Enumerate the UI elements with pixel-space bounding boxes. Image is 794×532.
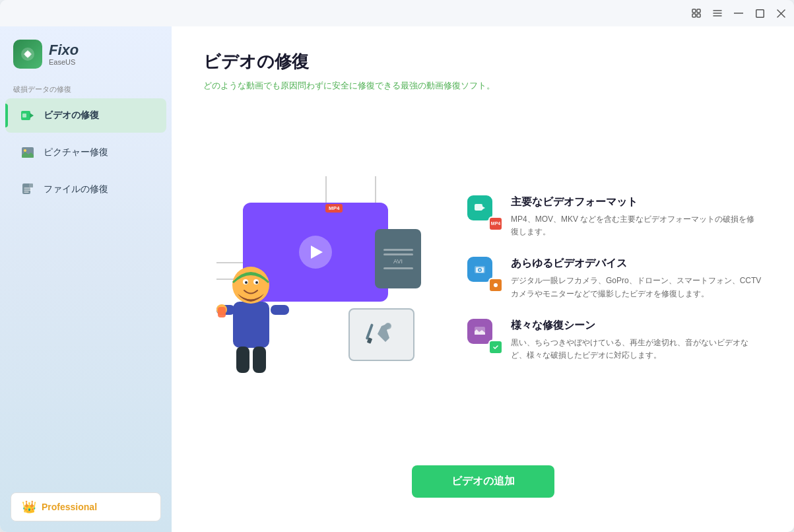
feature-icon-device xyxy=(467,257,500,290)
feature-badge-format: MP4 xyxy=(488,216,503,231)
fullscreen-btn[interactable] xyxy=(691,8,702,18)
svg-rect-30 xyxy=(218,307,226,317)
logo-text: Fixo EaseUS xyxy=(49,42,79,66)
svg-rect-26 xyxy=(233,302,269,348)
feature-main-icon-scene xyxy=(467,319,492,344)
maximize-btn[interactable] xyxy=(754,8,765,18)
svg-rect-24 xyxy=(366,323,374,340)
character-illustration xyxy=(210,249,296,381)
professional-label: Professional xyxy=(42,502,97,512)
feature-desc-device: デジタル一眼レフカメラ、GoPro、ドローン、スマートフォン、CCTVカメラやモ… xyxy=(511,275,762,300)
svg-point-43 xyxy=(479,269,481,271)
feature-desc-scene: 黒い、ちらつきやぼやけている、再生が途切れ、音がないビデオなど、様々な破損したビ… xyxy=(511,337,762,362)
feature-title-scene: 様々な修復シーン xyxy=(511,319,762,333)
svg-rect-0 xyxy=(692,9,696,13)
svg-rect-1 xyxy=(697,9,700,13)
feature-title-device: あらゆるビデオデバイス xyxy=(511,257,762,271)
feature-icon-format: MP4 xyxy=(467,195,500,228)
feature-item-scene: 様々な修復シーン 黒い、ちらつきやぼやけている、再生が途切れ、音がないビデオなど… xyxy=(467,319,762,362)
deco-line-1 xyxy=(325,176,327,204)
storage-line-1 xyxy=(383,249,413,251)
feature-badge-device xyxy=(488,278,503,292)
main-content: ビデオの修復 どのような動画でも原因問わずに安全に修復できる最強の動画修復ソフト… xyxy=(172,26,794,532)
logo-name: Fixo xyxy=(49,42,79,58)
svg-point-12 xyxy=(25,51,30,57)
svg-rect-2 xyxy=(692,14,696,17)
feature-icon-scene xyxy=(467,319,500,352)
feature-main-icon-format xyxy=(467,195,492,220)
storage-line-2 xyxy=(383,253,413,255)
feature-badge-scene xyxy=(488,340,503,354)
sidebar-item-picture-repair[interactable]: ピクチャー修復 xyxy=(5,135,166,170)
tools-box xyxy=(348,308,414,361)
logo-icon xyxy=(13,40,42,69)
file-repair-icon xyxy=(18,180,37,199)
svg-point-23 xyxy=(385,323,391,329)
feature-item-format: MP4 主要なビデオフォーマット MP4、MOV、MKV などを含む主要なビデオ… xyxy=(467,195,762,238)
illustration: AVI MP4 xyxy=(203,176,428,381)
features-area: MP4 主要なビデオフォーマット MP4、MOV、MKV などを含む主要なビデオ… xyxy=(467,195,762,362)
svg-point-17 xyxy=(24,149,26,152)
storage-line-3 xyxy=(383,267,413,269)
storage-box: AVI xyxy=(375,229,421,288)
titlebar xyxy=(0,0,794,26)
menu-btn[interactable] xyxy=(712,8,723,18)
sidebar: Fixo EaseUS 破損データの修復 ビデオの修復 xyxy=(0,26,172,532)
storage-label: AVI xyxy=(393,258,403,265)
close-btn[interactable] xyxy=(776,8,786,18)
sidebar-item-picture-repair-label: ピクチャー修復 xyxy=(44,147,108,158)
sidebar-item-video-repair[interactable]: ビデオの修復 xyxy=(5,98,166,133)
app-window: Fixo EaseUS 破損データの修復 ビデオの修復 xyxy=(0,0,794,532)
feature-title-format: 主要なビデオフォーマット xyxy=(511,195,762,209)
add-video-btn-area: ビデオの追加 xyxy=(203,465,762,508)
svg-point-36 xyxy=(245,281,248,284)
minimize-btn[interactable] xyxy=(733,8,744,18)
play-triangle-icon xyxy=(311,246,323,259)
svg-point-44 xyxy=(494,283,498,287)
feature-main-icon-device xyxy=(467,257,492,282)
feature-text-device: あらゆるビデオデバイス デジタル一眼レフカメラ、GoPro、ドローン、スマートフ… xyxy=(511,257,762,300)
feature-desc-format: MP4、MOV、MKV などを含む主要なビデオフォーマットの破損を修復します。 xyxy=(511,213,762,238)
feature-item-device: あらゆるビデオデバイス デジタル一眼レフカメラ、GoPro、ドローン、スマートフ… xyxy=(467,257,762,300)
sidebar-bottom: 👑 Professional xyxy=(0,482,172,532)
app-body: Fixo EaseUS 破損データの修復 ビデオの修復 xyxy=(0,26,794,532)
sidebar-item-video-repair-label: ビデオの修復 xyxy=(44,110,99,121)
svg-rect-31 xyxy=(271,305,289,315)
content-area: AVI MP4 xyxy=(203,113,762,444)
sidebar-item-file-repair-label: ファイルの修復 xyxy=(44,183,108,195)
logo-sub: EaseUS xyxy=(49,58,79,66)
tools-svg xyxy=(362,318,401,351)
sidebar-item-file-repair[interactable]: ファイルの修復 xyxy=(5,172,166,207)
add-video-button[interactable]: ビデオの追加 xyxy=(412,465,554,498)
svg-rect-32 xyxy=(236,347,249,373)
svg-rect-19 xyxy=(29,183,33,187)
deco-line-2 xyxy=(375,176,376,204)
picture-repair-icon xyxy=(18,143,37,162)
svg-rect-15 xyxy=(22,114,26,117)
svg-rect-33 xyxy=(253,347,266,373)
svg-rect-3 xyxy=(697,14,700,17)
svg-marker-39 xyxy=(482,206,485,210)
logo-area: Fixo EaseUS xyxy=(0,26,172,79)
crown-icon: 👑 xyxy=(22,500,36,514)
sidebar-section-label: 破損データの修復 xyxy=(0,79,172,97)
illustration-area: AVI MP4 xyxy=(203,166,428,391)
page-subtitle: どのような動画でも原因問わずに安全に修復できる最強の動画修復ソフト。 xyxy=(203,80,762,92)
svg-marker-14 xyxy=(30,113,34,118)
titlebar-controls xyxy=(691,8,786,18)
video-repair-icon xyxy=(18,106,37,125)
page-title: ビデオの修復 xyxy=(203,50,762,73)
feature-text-scene: 様々な修復シーン 黒い、ちらつきやぼやけている、再生が途切れ、音がないビデオなど… xyxy=(511,319,762,362)
svg-rect-8 xyxy=(756,9,764,17)
feature-text-format: 主要なビデオフォーマット MP4、MOV、MKV などを含む主要なビデオフォーマ… xyxy=(511,195,762,238)
mp4-badge: MP4 xyxy=(325,204,343,213)
svg-rect-38 xyxy=(475,204,482,211)
professional-btn[interactable]: 👑 Professional xyxy=(11,492,161,521)
play-button xyxy=(299,236,332,269)
svg-point-37 xyxy=(255,281,258,284)
